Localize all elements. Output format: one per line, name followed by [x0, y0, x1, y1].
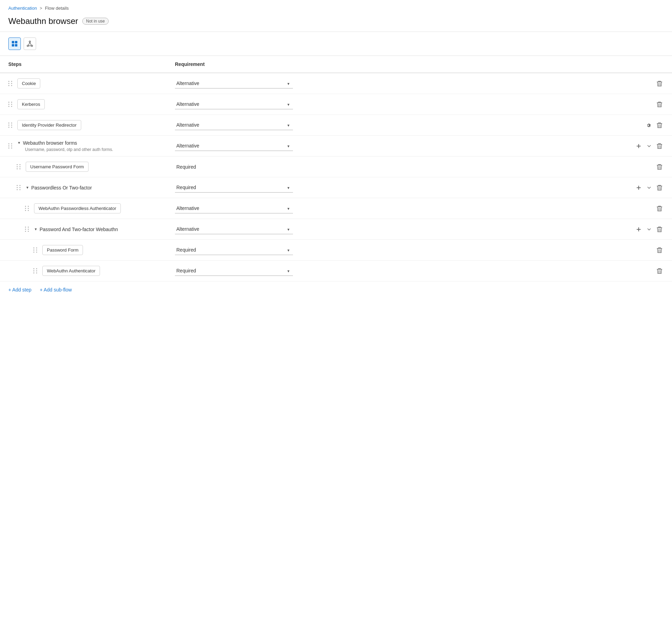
delete-button[interactable] — [655, 121, 664, 130]
requirement-select-wrapper: DisabledAlternativeRequiredConditional — [175, 266, 293, 276]
drag-handle[interactable] — [33, 247, 38, 253]
drag-handle[interactable] — [8, 143, 13, 149]
requirement-cell: DisabledAlternativeRequiredConditional — [175, 224, 622, 234]
step-name-box: WebAuthn Passwordless Authenticator — [34, 203, 121, 213]
add-button[interactable] — [635, 142, 643, 150]
requirement-cell: DisabledAlternativeRequiredConditional — [175, 266, 622, 276]
delete-button[interactable] — [655, 100, 664, 109]
toolbar — [0, 32, 672, 56]
add-step-button[interactable]: + Add step — [8, 287, 32, 293]
requirement-select[interactable]: DisabledAlternativeRequiredConditional — [175, 78, 293, 88]
step-cell: Username Password Form — [8, 162, 175, 172]
actions-cell — [622, 204, 664, 213]
drag-handle[interactable] — [8, 81, 13, 86]
requirement-cell: DisabledAlternativeRequiredConditional — [175, 183, 622, 193]
step-group: ▼ Password And Two-factor Webauthn — [34, 227, 118, 232]
actions-cell — [622, 121, 664, 130]
delete-button[interactable] — [655, 225, 664, 234]
requirement-select-wrapper: DisabledAlternativeRequiredConditional — [175, 224, 293, 234]
add-button[interactable] — [635, 184, 643, 192]
status-badge: Not in use — [82, 18, 109, 25]
add-subflow-button[interactable]: + Add sub-flow — [40, 287, 72, 293]
requirement-select[interactable]: DisabledAlternativeRequiredConditional — [175, 120, 293, 130]
requirement-cell: DisabledAlternativeRequiredConditional — [175, 203, 622, 213]
flow-rows-container: CookieDisabledAlternativeRequiredConditi… — [0, 73, 672, 281]
drag-handle[interactable] — [17, 164, 22, 169]
requirement-select[interactable]: DisabledAlternativeRequiredConditional — [175, 141, 293, 151]
step-cell: ▼ Webauthn browser formsUsername, passwo… — [8, 140, 175, 152]
requirement-static: Required — [175, 162, 198, 172]
drag-handle[interactable] — [25, 227, 30, 232]
chevron-down-button[interactable] — [646, 184, 653, 191]
table-row: KerberosDisabledAlternativeRequiredCondi… — [0, 94, 672, 115]
svg-point-6 — [31, 45, 33, 46]
table-header: Steps Requirement — [0, 56, 672, 73]
delete-button[interactable] — [655, 162, 664, 171]
requirement-select[interactable]: DisabledAlternativeRequiredConditional — [175, 183, 293, 193]
requirement-cell: DisabledAlternativeRequiredConditional — [175, 245, 622, 255]
requirement-select-wrapper: DisabledAlternativeRequiredConditional — [175, 99, 293, 109]
chevron-down-button[interactable] — [646, 143, 653, 150]
collapse-chevron-icon[interactable]: ▼ — [17, 141, 21, 145]
requirement-column-header: Requirement — [175, 59, 622, 70]
requirement-select[interactable]: DisabledAlternativeRequiredConditional — [175, 99, 293, 109]
step-cell: ▼ Passwordless Or Two-factor — [8, 185, 175, 191]
steps-column-header: Steps — [8, 59, 175, 70]
footer-actions: + Add step + Add sub-flow — [0, 281, 672, 298]
table-row: WebAuthn AuthenticatorDisabledAlternativ… — [0, 261, 672, 281]
delete-button[interactable] — [655, 266, 664, 276]
drag-handle[interactable] — [33, 268, 38, 273]
table-row: ▼ Passwordless Or Two-factorDisabledAlte… — [0, 177, 672, 198]
step-name-box: Password Form — [42, 245, 83, 255]
step-cell: Cookie — [8, 78, 175, 88]
step-cell: Password Form — [8, 245, 175, 255]
svg-rect-2 — [12, 44, 14, 46]
step-cell: WebAuthn Authenticator — [8, 266, 175, 276]
actions-cell — [622, 183, 664, 192]
diagram-view-button[interactable] — [24, 37, 36, 50]
page-header: Webauthn browser Not in use — [0, 14, 672, 32]
actions-cell — [622, 266, 664, 276]
step-name-box: Kerberos — [17, 99, 45, 109]
collapse-chevron-icon[interactable]: ▼ — [26, 186, 29, 189]
delete-button[interactable] — [655, 183, 664, 192]
chevron-down-button[interactable] — [646, 226, 653, 233]
group-name: Password And Two-factor Webauthn — [40, 227, 118, 232]
breadcrumb-parent[interactable]: Authentication — [8, 6, 37, 11]
drag-handle[interactable] — [8, 122, 13, 128]
requirement-select[interactable]: DisabledAlternativeRequiredConditional — [175, 203, 293, 213]
requirement-select-wrapper: DisabledAlternativeRequiredConditional — [175, 141, 293, 151]
table-view-button[interactable] — [8, 37, 21, 50]
table-row: CookieDisabledAlternativeRequiredConditi… — [0, 73, 672, 94]
table-row: Username Password FormRequired — [0, 156, 672, 177]
drag-handle[interactable] — [8, 102, 13, 107]
table-row: WebAuthn Passwordless AuthenticatorDisab… — [0, 198, 672, 219]
step-name-box: Identity Provider Redirector — [17, 120, 81, 130]
svg-rect-0 — [12, 41, 14, 43]
svg-point-5 — [27, 45, 28, 46]
delete-button[interactable] — [655, 246, 664, 255]
svg-rect-3 — [15, 44, 17, 46]
delete-button[interactable] — [655, 79, 664, 88]
requirement-select-wrapper: DisabledAlternativeRequiredConditional — [175, 203, 293, 213]
drag-handle[interactable] — [25, 206, 30, 211]
collapse-chevron-icon[interactable]: ▼ — [34, 227, 37, 231]
actions-cell — [622, 225, 664, 234]
table-row: Identity Provider RedirectorDisabledAlte… — [0, 115, 672, 136]
delete-button[interactable] — [655, 142, 664, 151]
step-name-box: Cookie — [17, 78, 40, 88]
breadcrumb: Authentication > Flow details — [0, 0, 672, 14]
step-name-box: Username Password Form — [26, 162, 89, 172]
step-group: ▼ Webauthn browser formsUsername, passwo… — [17, 140, 113, 152]
gear-button[interactable] — [644, 121, 653, 129]
requirement-select[interactable]: DisabledAlternativeRequiredConditional — [175, 266, 293, 276]
actions-cell — [622, 100, 664, 109]
requirement-select[interactable]: DisabledAlternativeRequiredConditional — [175, 245, 293, 255]
requirement-select[interactable]: DisabledAlternativeRequiredConditional — [175, 224, 293, 234]
add-button[interactable] — [635, 225, 643, 234]
actions-cell — [622, 79, 664, 88]
delete-button[interactable] — [655, 204, 664, 213]
step-name-box: WebAuthn Authenticator — [42, 266, 100, 276]
drag-handle[interactable] — [17, 185, 22, 190]
step-cell: Identity Provider Redirector — [8, 120, 175, 130]
